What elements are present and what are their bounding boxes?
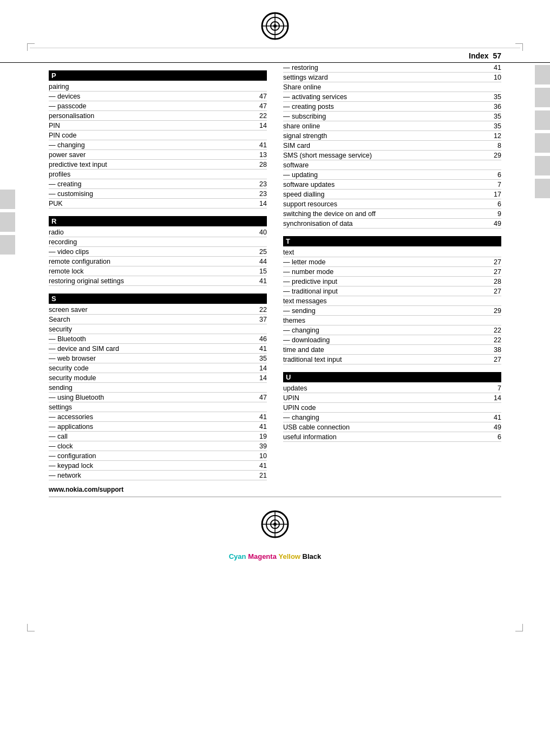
index-row: restoring original settings41 <box>49 276 267 286</box>
entry-text: SIM card <box>283 142 488 149</box>
index-row: radio40 <box>49 227 267 237</box>
index-row: settings <box>49 402 267 412</box>
entry-text: power saver <box>49 151 254 159</box>
entry-text: personalisation <box>49 112 254 120</box>
entry-num: 10 <box>488 74 501 81</box>
index-row: — device and SIM card41 <box>49 344 267 354</box>
entry-text: — keypad lock <box>49 462 254 470</box>
entry-num: 41 <box>254 462 267 470</box>
entry-num: 7 <box>488 384 501 392</box>
entry-num: 41 <box>254 413 267 421</box>
entry-num: 35 <box>488 122 501 130</box>
entry-num: 17 <box>488 191 501 198</box>
page-title: Index 57 <box>469 51 501 60</box>
entry-text: SMS (short message service) <box>283 152 488 159</box>
index-row: — creating posts36 <box>283 102 501 112</box>
entry-text: share online <box>283 122 488 130</box>
entry-text: Share online <box>283 83 488 91</box>
index-row: software updates7 <box>283 180 501 190</box>
entry-text: speed dialling <box>283 191 488 198</box>
index-row: recording <box>49 237 267 247</box>
right-column: — restoring41settings wizard10Share onli… <box>283 63 501 480</box>
entry-text: security <box>49 325 254 333</box>
entry-num: 7 <box>488 181 501 188</box>
index-row: time and date38 <box>283 345 501 355</box>
index-row: settings wizard10 <box>283 73 501 82</box>
entry-text: remote lock <box>49 268 254 275</box>
entry-text: pairing <box>49 83 254 90</box>
entry-num: 14 <box>254 364 267 372</box>
index-row: — video clips25 <box>49 247 267 257</box>
index-row: — predictive input28 <box>283 277 501 286</box>
index-row: useful information6 <box>283 432 501 442</box>
entry-text: UPIN code <box>283 404 488 412</box>
entry-num: 39 <box>254 442 267 450</box>
entry-num: 27 <box>488 258 501 266</box>
entry-num: 46 <box>254 335 267 343</box>
entry-text: signal strength <box>283 132 488 140</box>
entry-num: 49 <box>488 423 501 431</box>
entry-text: updates <box>283 384 488 392</box>
entry-num: 28 <box>488 278 501 285</box>
index-row: speed dialling17 <box>283 190 501 199</box>
corner-tl <box>27 43 35 51</box>
entry-text: screen saver <box>49 306 254 314</box>
side-tab-4 <box>535 133 550 153</box>
color-bar: Cyan Magenta Yellow Black <box>0 546 550 570</box>
index-row: — restoring41 <box>283 63 501 73</box>
color-cyan-label: Cyan <box>229 552 246 561</box>
index-row: signal strength12 <box>283 131 501 141</box>
index-row: security module14 <box>49 373 267 383</box>
index-row: — changing41 <box>283 413 501 422</box>
index-row: predictive text input28 <box>49 160 267 170</box>
entry-text: — configuration <box>49 452 254 460</box>
entry-text: — customising <box>49 190 254 198</box>
entry-num: 22 <box>488 327 501 334</box>
index-row: text messages <box>283 296 501 306</box>
entry-text: — video clips <box>49 248 254 256</box>
index-row: synchronisation of data49 <box>283 219 501 229</box>
nokia-ring-logo-top <box>259 10 291 42</box>
index-label: Index <box>469 51 489 60</box>
entry-text: support resources <box>283 200 488 208</box>
entry-num: 41 <box>254 277 267 285</box>
entry-num: 14 <box>254 122 267 129</box>
side-tab-left-1 <box>0 190 15 209</box>
entry-num: 47 <box>254 93 267 100</box>
index-row: remote configuration44 <box>49 257 267 266</box>
entry-num: 8 <box>488 142 501 149</box>
entry-text: time and date <box>283 346 488 354</box>
section-header-s: S <box>49 294 267 304</box>
entry-num: 41 <box>254 141 267 149</box>
index-row: USB cable connection49 <box>283 422 501 432</box>
entry-num: 41 <box>254 345 267 353</box>
index-row: — downloading22 <box>283 335 501 345</box>
index-row: PIN14 <box>49 121 267 131</box>
entry-text: — applications <box>49 423 254 431</box>
entry-text: — creating <box>49 180 254 188</box>
entry-num: 22 <box>254 112 267 120</box>
entry-num: 14 <box>254 374 267 382</box>
page-header: Index 57 <box>0 48 550 63</box>
nokia-ring-logo-bottom <box>259 508 291 540</box>
entry-num: 27 <box>488 288 501 295</box>
index-row: sending <box>49 383 267 393</box>
entry-text: PUK <box>49 200 254 207</box>
index-row: Share online <box>283 82 501 92</box>
side-tab-3 <box>535 110 550 130</box>
side-tabs-left <box>0 190 15 256</box>
entry-text: — network <box>49 472 254 479</box>
index-row: — changing22 <box>283 325 501 335</box>
entry-text: security code <box>49 364 254 372</box>
entry-num: 35 <box>488 113 501 120</box>
entry-num: 37 <box>254 316 267 323</box>
entry-num: 21 <box>254 472 267 479</box>
index-row: — passcode47 <box>49 101 267 111</box>
footer-link[interactable]: www.nokia.com/support <box>0 480 550 497</box>
entry-text: settings wizard <box>283 74 488 81</box>
entry-num: 35 <box>254 355 267 362</box>
color-yellow-label: Yellow <box>278 552 300 561</box>
index-row: Search37 <box>49 315 267 324</box>
index-row: profiles <box>49 170 267 179</box>
entry-num: 14 <box>488 394 501 402</box>
